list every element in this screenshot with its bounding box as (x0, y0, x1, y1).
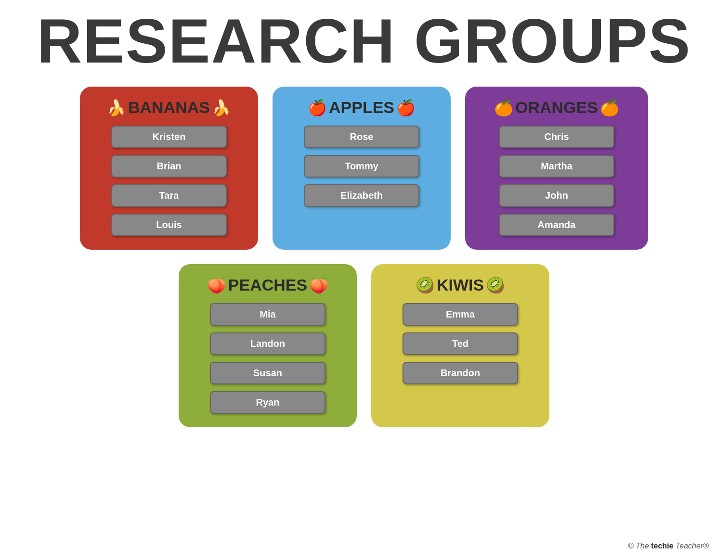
group-oranges-title: 🍊 ORANGES 🍊 (494, 98, 619, 117)
group-peaches-label: PEACHES (228, 276, 307, 294)
group-bananas: 🍌 BANANAS 🍌 Kristen Brian Tara Louis (80, 87, 258, 250)
peach-emoji-left: 🍑 (207, 276, 226, 294)
group-apples-label: APPLES (329, 98, 394, 117)
oranges-member-4: Amanda (499, 214, 614, 236)
group-kiwis: 🥝 KIWIS 🥝 Emma Ted Brandon (371, 264, 549, 427)
kiwi-emoji-left: 🥝 (416, 276, 435, 294)
apples-member-1: Rose (304, 126, 419, 148)
group-kiwis-title: 🥝 KIWIS 🥝 (416, 276, 505, 294)
footer-brand: techie (651, 542, 673, 550)
peaches-member-2: Landon (210, 332, 325, 355)
kiwi-emoji-right: 🥝 (486, 276, 505, 294)
kiwis-member-3: Brandon (403, 362, 518, 384)
top-groups-row: 🍌 BANANAS 🍌 Kristen Brian Tara Louis 🍎 A… (19, 87, 709, 250)
bananas-member-1: Kristen (111, 126, 227, 148)
group-apples: 🍎 APPLES 🍎 Rose Tommy Elizabeth (273, 87, 451, 250)
peaches-member-4: Ryan (210, 391, 325, 414)
group-apples-title: 🍎 APPLES 🍎 (308, 98, 416, 117)
banana-emoji-left: 🍌 (107, 99, 126, 117)
kiwis-member-1: Emma (403, 303, 518, 326)
group-bananas-title: 🍌 BANANAS 🍌 (107, 98, 231, 117)
apple-emoji-left: 🍎 (308, 99, 327, 117)
kiwis-member-2: Ted (403, 332, 518, 355)
footer-suffix: Teacher® (674, 542, 709, 550)
banana-emoji-right: 🍌 (212, 99, 231, 117)
oranges-member-2: Martha (499, 155, 614, 178)
oranges-member-1: Chris (499, 126, 614, 148)
group-kiwis-label: KIWIS (437, 276, 484, 294)
group-bananas-label: BANANAS (128, 98, 210, 117)
footer-prefix: © The (628, 542, 651, 550)
group-oranges: 🍊 ORANGES 🍊 Chris Martha John Amanda (465, 87, 648, 250)
peaches-member-3: Susan (210, 362, 325, 384)
apple-emoji-right: 🍎 (396, 99, 416, 117)
oranges-member-3: John (499, 184, 614, 207)
bananas-member-4: Louis (111, 214, 227, 236)
apples-member-3: Elizabeth (304, 184, 419, 207)
peach-emoji-right: 🍑 (309, 276, 328, 294)
bananas-member-2: Brian (111, 155, 227, 178)
orange-emoji-right: 🍊 (600, 99, 619, 117)
apples-member-2: Tommy (304, 155, 419, 178)
orange-emoji-left: 🍊 (494, 99, 513, 117)
page-title: RESEARCH GROUPS (19, 10, 709, 72)
bottom-groups-row: 🍑 PEACHES 🍑 Mia Landon Susan Ryan 🥝 KIWI… (19, 264, 709, 427)
group-peaches-title: 🍑 PEACHES 🍑 (207, 276, 328, 294)
footer: © The techie Teacher® (628, 542, 709, 550)
bananas-member-3: Tara (111, 184, 227, 207)
peaches-member-1: Mia (210, 303, 325, 326)
group-oranges-label: ORANGES (515, 98, 598, 117)
group-peaches: 🍑 PEACHES 🍑 Mia Landon Susan Ryan (179, 264, 357, 427)
